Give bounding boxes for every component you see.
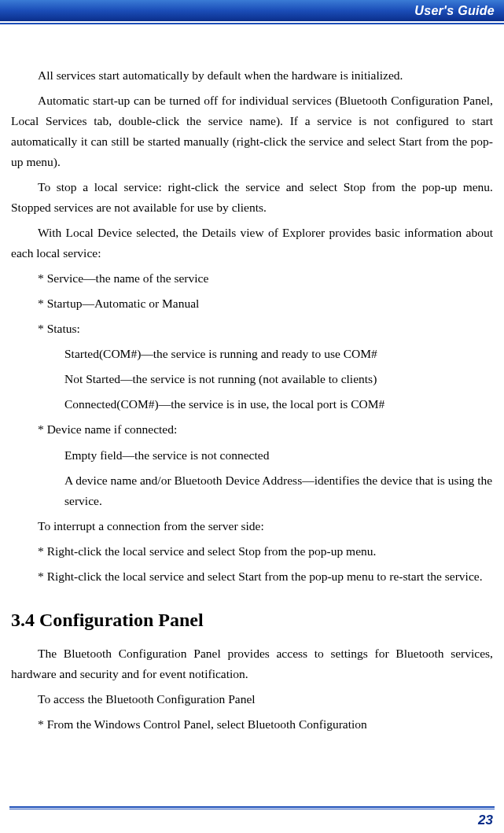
bullet-item: * Status: — [38, 319, 493, 339]
bullet-item: * From the Windows Control Panel, select… — [38, 714, 493, 735]
paragraph: Automatic start-up can be turned off for… — [11, 90, 493, 172]
bullet-item: * Device name if connected: — [38, 419, 493, 440]
bullet-item: * Service—the name of the service — [38, 268, 493, 289]
footer-rule — [9, 806, 495, 808]
sub-bullet-item: Started(COM#)—the service is running and… — [64, 344, 493, 364]
sub-bullet-item: Not Started—the service is not running (… — [64, 369, 493, 389]
sub-bullet-item: A device name and/or Bluetooth Device Ad… — [64, 470, 493, 511]
page-content: All services start automatically by defa… — [0, 24, 504, 735]
page-header: User's Guide — [0, 0, 504, 21]
sub-bullet-item: Connected(COM#)—the service is in use, t… — [64, 394, 493, 415]
page-number: 23 — [478, 813, 493, 828]
bullet-item: * Right-click the local service and sele… — [53, 566, 493, 587]
paragraph: To access the Bluetooth Configuration Pa… — [38, 689, 493, 710]
section-heading: 3.4 Configuration Panel — [11, 604, 493, 636]
paragraph: All services start automatically by defa… — [11, 65, 493, 86]
header-title: User's Guide — [414, 4, 495, 18]
paragraph: With Local Device selected, the Details … — [11, 223, 493, 264]
bullet-item: * Startup—Automatic or Manual — [38, 293, 493, 314]
paragraph: To stop a local service: right-click the… — [11, 177, 493, 218]
paragraph: To interrupt a connection from the serve… — [38, 516, 493, 536]
paragraph: The Bluetooth Configuration Panel provid… — [11, 643, 493, 684]
bullet-item: * Right-click the local service and sele… — [38, 541, 493, 562]
sub-bullet-item: Empty field—the service is not connected — [64, 445, 493, 466]
